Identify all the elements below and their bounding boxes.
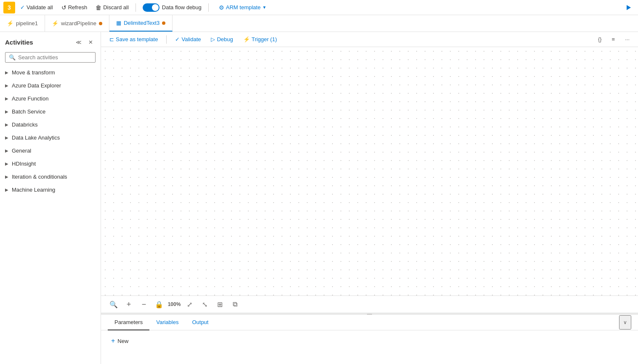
sidebar-item-label: Batch Service xyxy=(12,108,45,115)
trigger-label: Trigger (1) xyxy=(252,36,277,42)
tab-wizardpipeline-unsaved-dot xyxy=(99,22,102,25)
canvas-fit-selection-button[interactable]: ⤡ xyxy=(199,298,210,310)
canvas-lock-button[interactable]: 🔒 xyxy=(153,298,165,310)
sidebar-item-iteration-conditionals[interactable]: ▶ Iteration & conditionals xyxy=(0,170,101,183)
canvas-minimap-button[interactable]: ⧉ xyxy=(229,298,241,310)
bottom-panel-content: + New xyxy=(101,330,638,364)
sidebar-item-move-transform[interactable]: ▶ Move & transform xyxy=(0,66,101,79)
tab-pipeline1[interactable]: ⚡ pipeline1 xyxy=(0,15,45,32)
bottom-tab-output[interactable]: Output xyxy=(185,315,215,330)
discard-button[interactable]: 🗑 Discard all xyxy=(92,3,132,13)
discard-label: Discard all xyxy=(103,4,129,11)
tab-delimitedtext3-icon: ▦ xyxy=(116,20,121,26)
save-as-template-button[interactable]: ⊏ Save as template xyxy=(106,34,161,44)
sidebar-item-data-lake-analytics[interactable]: ▶ Data Lake Analytics xyxy=(0,131,101,144)
checkmark-icon: ✓ xyxy=(20,4,25,11)
refresh-button[interactable]: ↺ Refresh xyxy=(58,3,91,13)
svg-marker-0 xyxy=(627,5,631,10)
sidebar-item-azure-function[interactable]: ▶ Azure Function xyxy=(0,92,101,105)
arm-template-button[interactable]: ⚙ ARM template ▼ xyxy=(215,3,270,13)
canvas-zoom100-button[interactable]: 100% xyxy=(168,298,180,310)
more-options-button[interactable]: ··· xyxy=(622,34,633,44)
minimap-icon: ⧉ xyxy=(233,301,237,308)
lock-icon: 🔒 xyxy=(155,301,163,309)
trigger-button[interactable]: ⚡ Trigger (1) xyxy=(240,34,280,44)
validate-button[interactable]: ✓ Validate xyxy=(172,34,204,44)
pipeline-canvas[interactable] xyxy=(101,47,638,295)
auto-layout-icon: ⊞ xyxy=(217,301,223,309)
validate-all-button[interactable]: ✓ Validate all xyxy=(17,3,56,12)
sidebar-item-label: Data Lake Analytics xyxy=(12,135,60,141)
canvas-search-button[interactable]: 🔍 xyxy=(108,298,120,310)
sidebar-item-label: Machine Learning xyxy=(12,187,55,193)
chevron-right-icon: ▶ xyxy=(5,161,8,166)
sidebar-header-icons: ≪ ✕ xyxy=(74,37,96,47)
canvas-area: ⊏ Save as template ✓ Validate ▷ Debug ⚡ … xyxy=(101,32,638,364)
sidebar-item-label: Iteration & conditionals xyxy=(12,174,67,180)
refresh-icon: ↺ xyxy=(61,4,66,11)
close-icon: ✕ xyxy=(88,39,93,45)
bottom-panel-chevron-button[interactable]: ∨ xyxy=(619,315,631,330)
tab-wizardpipeline-label: wizardPipeline xyxy=(61,20,96,26)
bottom-tab-parameters-label: Parameters xyxy=(114,319,143,325)
data-flow-debug-toggle[interactable] xyxy=(143,3,160,12)
bottom-tab-parameters[interactable]: Parameters xyxy=(108,315,149,330)
tab-delimitedtext3-label: DelimitedText3 xyxy=(124,20,160,26)
canvas-add-button[interactable]: + xyxy=(123,298,135,310)
sidebar-item-label: General xyxy=(12,148,31,154)
sidebar-item-label: Azure Data Explorer xyxy=(12,82,61,89)
tab-delimitedtext3-unsaved-dot xyxy=(162,21,165,25)
trigger-icon: ⚡ xyxy=(243,36,250,42)
settings-icon: ≡ xyxy=(612,36,615,42)
sidebar-close-button[interactable]: ✕ xyxy=(85,37,96,47)
canvas-auto-layout-button[interactable]: ⊞ xyxy=(214,298,226,310)
arm-template-label: ARM template xyxy=(226,4,261,11)
canvas-toolbar: 🔍 + − 🔒 100% ⤢ ⤡ ⊞ ⧉ xyxy=(101,295,638,313)
collapse-icon: ≪ xyxy=(76,39,82,45)
save-template-icon: ⊏ xyxy=(109,36,114,42)
sidebar-item-general[interactable]: ▶ General xyxy=(0,144,101,157)
activities-sidebar: Activities ≪ ✕ 🔍 ▶ Move & transform ▶ Az… xyxy=(0,32,101,364)
data-flow-debug-label: Data flow debug xyxy=(162,4,202,11)
plus-icon: + xyxy=(111,337,115,345)
debug-play-icon: ▷ xyxy=(211,36,215,42)
new-parameter-label: New xyxy=(117,338,128,344)
search-box[interactable]: 🔍 xyxy=(5,52,96,63)
bottom-panel: Parameters Variables Output ∨ + New xyxy=(101,313,638,364)
canvas-fit-page-button[interactable]: ⤢ xyxy=(183,298,195,310)
pipeline-toolbar-right: {} ≡ ··· xyxy=(595,34,633,44)
sidebar-item-azure-data-explorer[interactable]: ▶ Azure Data Explorer xyxy=(0,79,101,92)
tab-pipeline1-label: pipeline1 xyxy=(16,20,38,26)
sidebar-item-databricks[interactable]: ▶ Databricks xyxy=(0,118,101,131)
trash-icon: 🗑 xyxy=(96,4,101,11)
chevron-right-icon: ▶ xyxy=(5,83,8,88)
chevron-right-icon: ▶ xyxy=(5,174,8,179)
search-input[interactable] xyxy=(18,54,92,61)
chevron-right-icon: ▶ xyxy=(5,187,8,192)
new-parameter-button[interactable]: + New xyxy=(108,335,132,346)
sidebar-item-hdinsight[interactable]: ▶ HDInsight xyxy=(0,157,101,170)
sidebar-collapse-button[interactable]: ≪ xyxy=(74,37,84,47)
settings-button[interactable]: ≡ xyxy=(609,34,619,44)
tab-wizardpipeline[interactable]: ⚡ wizardPipeline xyxy=(45,15,109,32)
tab-delimitedtext3[interactable]: ▦ DelimitedText3 xyxy=(109,15,173,32)
bottom-tab-variables-label: Variables xyxy=(156,319,178,325)
debug-button[interactable]: ▷ Debug xyxy=(207,34,236,44)
code-view-button[interactable]: {} xyxy=(595,34,605,44)
chevron-right-icon: ▶ xyxy=(5,135,8,140)
sidebar-item-machine-learning[interactable]: ▶ Machine Learning xyxy=(0,183,101,196)
validate-all-label: Validate all xyxy=(27,4,53,11)
canvas-remove-button[interactable]: − xyxy=(138,298,150,310)
minus-icon: − xyxy=(142,300,146,309)
ellipsis-icon: ··· xyxy=(625,36,630,42)
sidebar-item-batch-service[interactable]: ▶ Batch Service xyxy=(0,105,101,118)
bottom-tab-variables[interactable]: Variables xyxy=(149,315,185,330)
run-button[interactable] xyxy=(622,1,635,14)
chevron-right-icon: ▶ xyxy=(5,109,8,114)
fit-page-icon: ⤢ xyxy=(187,301,192,309)
debug-label: Debug xyxy=(217,36,233,42)
search-icon: 🔍 xyxy=(9,54,16,61)
zoom100-icon: 100% xyxy=(168,301,181,307)
code-icon: {} xyxy=(598,36,602,42)
tab-bar: ⚡ pipeline1 ⚡ wizardPipeline ▦ Delimited… xyxy=(0,15,638,32)
